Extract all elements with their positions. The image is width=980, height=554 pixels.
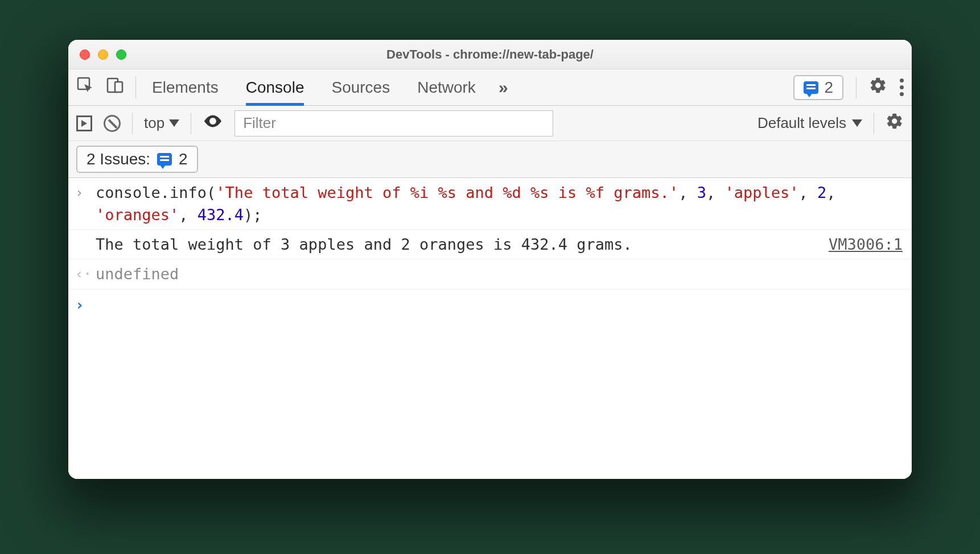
divider — [874, 113, 874, 134]
dot-icon — [900, 85, 904, 89]
dot-icon — [900, 92, 904, 96]
divider — [132, 113, 133, 134]
issues-icon — [804, 81, 818, 94]
console-filter-input[interactable] — [234, 110, 553, 137]
log-text: The total weight of 3 apples and 2 orang… — [92, 233, 817, 255]
console-log-message: The total weight of 3 apples and 2 orang… — [68, 230, 912, 259]
more-options-button[interactable] — [900, 78, 904, 96]
tabs-overflow-button[interactable]: » — [499, 78, 508, 97]
header-issues-count: 2 — [824, 78, 833, 97]
output-gutter — [75, 233, 92, 235]
devtools-window: DevTools - chrome://new-tab-page/ Elemen… — [68, 40, 912, 479]
svg-point-3 — [211, 119, 215, 123]
svg-rect-2 — [115, 82, 122, 92]
console-body: › console.info('The total weight of %i %… — [68, 178, 912, 479]
issues-chip[interactable]: 2 Issues: 2 — [76, 146, 198, 173]
console-settings-button[interactable] — [886, 112, 904, 134]
log-levels-selector[interactable]: Default levels — [757, 114, 862, 132]
execution-context-selector[interactable]: top — [144, 114, 179, 132]
zoom-window-button[interactable] — [116, 49, 126, 60]
tab-label: Console — [246, 78, 304, 97]
live-expression-button[interactable] — [203, 111, 223, 135]
clear-console-button[interactable] — [104, 115, 121, 132]
console-input-code: console.info('The total weight of %i %s … — [92, 181, 903, 226]
minimize-window-button[interactable] — [98, 49, 108, 60]
issues-count: 2 — [179, 150, 188, 168]
gear-icon — [886, 112, 904, 130]
issues-label: 2 Issues: — [87, 150, 150, 168]
issues-bar: 2 Issues: 2 — [68, 141, 912, 178]
tab-network[interactable]: Network — [417, 69, 476, 105]
traffic-lights — [80, 49, 126, 60]
settings-button[interactable] — [869, 76, 887, 98]
window-title: DevTools - chrome://new-tab-page/ — [68, 47, 912, 62]
console-toolbar: top Default levels — [68, 106, 912, 141]
inspect-element-icon[interactable] — [76, 76, 94, 98]
device-toolbar-icon[interactable] — [106, 76, 124, 98]
result-gutter-icon: ‹· — [75, 263, 92, 284]
toggle-console-drawer-icon[interactable] — [76, 115, 92, 131]
console-return-value: ‹· undefined — [68, 259, 912, 289]
tab-console[interactable]: Console — [246, 69, 304, 105]
header-issues-button[interactable]: 2 — [793, 75, 843, 100]
context-label: top — [144, 114, 164, 132]
input-gutter-icon: › — [75, 181, 92, 203]
tab-label: Sources — [331, 78, 390, 97]
console-input-echo: › console.info('The total weight of %i %… — [68, 178, 912, 230]
main-tab-strip: Elements Console Sources Network » 2 — [68, 69, 912, 106]
divider — [191, 113, 191, 134]
close-window-button[interactable] — [80, 49, 90, 60]
tab-elements[interactable]: Elements — [152, 69, 219, 105]
prompt-gutter-icon: › — [75, 293, 92, 316]
result-text: undefined — [92, 263, 903, 285]
tab-label: Network — [417, 78, 476, 97]
tab-sources[interactable]: Sources — [331, 69, 390, 105]
chevron-down-icon — [852, 119, 862, 127]
titlebar: DevTools - chrome://new-tab-page/ — [68, 40, 912, 69]
chevron-down-icon — [169, 119, 179, 127]
gear-icon — [869, 76, 887, 94]
dot-icon — [900, 78, 904, 82]
log-source-link[interactable]: VM3006:1 — [817, 233, 903, 255]
console-prompt[interactable]: › — [68, 290, 912, 320]
levels-label: Default levels — [757, 114, 846, 132]
tab-label: Elements — [152, 78, 219, 97]
divider — [856, 77, 857, 98]
issues-icon — [157, 153, 172, 166]
